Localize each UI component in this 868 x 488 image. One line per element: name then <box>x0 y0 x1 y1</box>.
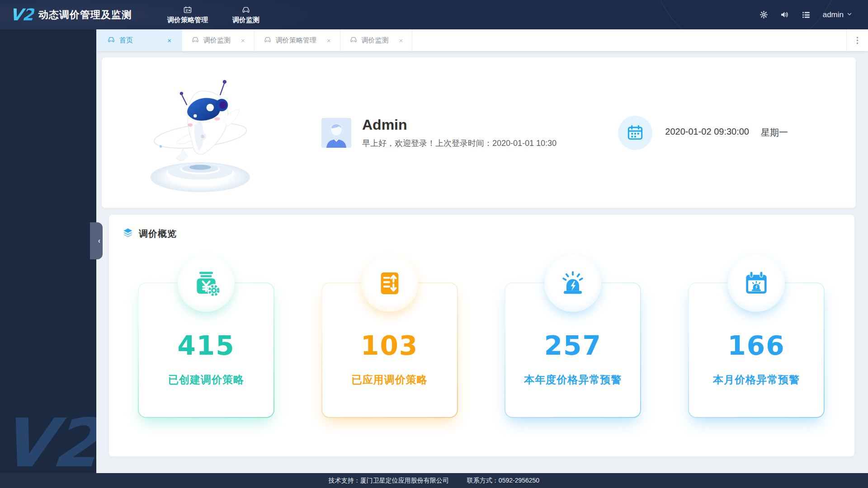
welcome-card: Admin 早上好，欢迎登录！上次登录时间：2020-01-01 10:30 <box>102 57 856 208</box>
tab-close-icon[interactable]: × <box>241 37 245 44</box>
applied-strategy-doc-icon <box>361 255 418 312</box>
content: Admin 早上好，欢迎登录！上次登录时间：2020-01-01 10:30 <box>96 51 868 473</box>
tab-home[interactable]: 首页 × <box>96 29 182 51</box>
stats-row: 415 已创建调价策略 103 <box>138 282 825 418</box>
stat-label: 本年度价格异常预警 <box>505 373 640 387</box>
strategy-card-icon <box>183 5 192 14</box>
app-footer: 技术支持：厦门卫星定位应用股份有限公司 联系方式：0592-2956250 <box>0 473 868 488</box>
stat-label: 本月价格异常预警 <box>689 373 824 387</box>
tab-label: 调价监测 <box>362 36 389 45</box>
tab-label: 首页 <box>119 36 133 45</box>
car-icon <box>191 36 199 45</box>
section-header: 调价概览 <box>109 215 854 240</box>
nav-label: 调价策略管理 <box>167 16 208 24</box>
nav-item-monitor[interactable]: 调价监测 <box>229 5 263 24</box>
sidebar-collapse-handle[interactable]: ‹ <box>90 222 103 259</box>
stat-card-month-alerts[interactable]: 166 本月价格异常预警 <box>688 282 825 418</box>
section-title: 调价概览 <box>139 228 177 240</box>
logo-v2: V2 <box>9 7 34 23</box>
admin-texts: Admin 早上好，欢迎登录！上次登录时间：2020-01-01 10:30 <box>362 117 557 149</box>
calendar-icon <box>618 116 652 150</box>
stat-label: 已应用调价策略 <box>322 373 457 387</box>
tab-bar: 首页 × 调价监测 × 调价策略管理 × <box>96 29 868 51</box>
admin-greeting: 早上好，欢迎登录！上次登录时间：2020-01-01 10:30 <box>362 138 557 149</box>
top-nav: 调价策略管理 调价监测 <box>164 5 263 24</box>
sidebar: V2 <box>0 29 96 473</box>
nav-item-strategy[interactable]: 调价策略管理 <box>164 5 212 24</box>
car-icon <box>349 36 358 45</box>
price-strategy-gear-icon <box>178 255 235 312</box>
stat-card-created-strategies[interactable]: 415 已创建调价策略 <box>138 282 274 418</box>
user-menu[interactable]: admin <box>823 10 853 19</box>
tab-overflow-menu[interactable]: ⋮ <box>846 29 868 51</box>
tab-label: 调价监测 <box>203 36 231 45</box>
user-name: admin <box>823 10 844 19</box>
stat-card-year-alerts[interactable]: 257 本年度价格异常预警 <box>505 282 641 418</box>
stat-value: 103 <box>322 330 457 361</box>
admin-name: Admin <box>362 117 557 133</box>
footer-contact: 联系方式：0592-2956250 <box>467 477 539 485</box>
header-arc-decoration <box>651 0 841 29</box>
alarm-siren-icon <box>544 255 601 312</box>
datetime: 2020-01-02 09:30:00 <box>665 127 749 139</box>
calendar-alarm-icon <box>728 255 785 312</box>
stat-value: 166 <box>689 330 824 361</box>
datetime-text: 2020-01-02 09:30:00 星期一 <box>665 127 788 139</box>
app-title: 动态调价管理及监测 <box>38 8 132 22</box>
robot-dolphin-mascot <box>139 64 259 202</box>
car-icon <box>241 5 250 14</box>
admin-block: Admin 早上好，欢迎登录！上次登录时间：2020-01-01 10:30 <box>321 117 557 149</box>
stat-card-applied-strategies[interactable]: 103 已应用调价策略 <box>321 282 458 418</box>
tab-close-icon[interactable]: × <box>399 37 403 44</box>
car-icon <box>264 36 272 45</box>
overview-card: 调价概览 <box>109 215 854 456</box>
tab-monitor-2[interactable]: 调价监测 × <box>340 29 413 51</box>
sidebar-watermark-v2: V2 <box>0 410 96 473</box>
stat-value: 415 <box>139 330 274 361</box>
stat-label: 已创建调价策略 <box>139 373 274 387</box>
date-block: 2020-01-02 09:30:00 星期一 <box>618 116 788 150</box>
tab-label: 调价策略管理 <box>276 36 316 45</box>
weekday: 星期一 <box>761 127 788 139</box>
chevron-left-icon: ‹ <box>98 237 100 245</box>
stat-value: 257 <box>505 330 640 361</box>
layers-icon <box>123 227 133 240</box>
main-area: 首页 × 调价监测 × 调价策略管理 × <box>96 29 868 473</box>
chevron-down-icon <box>846 11 853 19</box>
avatar <box>321 118 351 148</box>
brand: V2 动态调价管理及监测 <box>10 7 132 23</box>
footer-support: 技术支持：厦门卫星定位应用股份有限公司 <box>329 477 449 485</box>
tab-strategy[interactable]: 调价策略管理 × <box>255 29 340 51</box>
car-icon <box>107 36 115 45</box>
tab-close-icon[interactable]: × <box>167 37 171 44</box>
nav-label: 调价监测 <box>232 16 259 24</box>
tab-close-icon[interactable]: × <box>327 37 331 44</box>
app-header: V2 动态调价管理及监测 调价策略管理 调价 <box>0 0 868 29</box>
tab-monitor-1[interactable]: 调价监测 × <box>182 29 255 51</box>
